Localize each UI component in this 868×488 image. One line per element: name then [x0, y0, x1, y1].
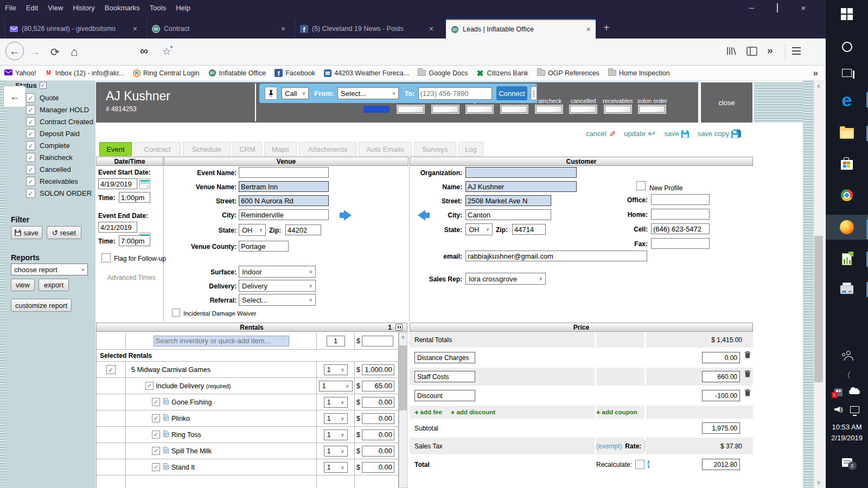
new-tab-button[interactable]: +: [603, 22, 610, 34]
copy-to-customer-arrow-icon[interactable]: [344, 210, 357, 221]
scroll-down-icon[interactable]: ∨: [814, 477, 824, 487]
bookmark-inflatable-office[interactable]: IOInflatable Office: [208, 69, 266, 77]
quick-add-qty-input[interactable]: [327, 336, 345, 346]
rental-qty-select[interactable]: 1∨: [319, 381, 353, 391]
fee-value-input[interactable]: [702, 352, 740, 363]
flag-follow-up-checkbox[interactable]: [101, 253, 111, 262]
report-export-button[interactable]: export: [39, 279, 69, 291]
total-input[interactable]: [702, 459, 740, 470]
add-discount-link[interactable]: +add discount: [451, 408, 495, 416]
subtotal-input[interactable]: [702, 422, 740, 434]
fee-label-input[interactable]: [414, 390, 475, 401]
customer-street-input[interactable]: [465, 195, 551, 206]
browser-tab-contract[interactable]: IO Contract ×: [146, 19, 290, 38]
close-window-icon[interactable]: ×: [800, 3, 807, 12]
call-to-input[interactable]: [418, 87, 492, 100]
status-filter-complete[interactable]: ✓Complete: [26, 141, 70, 150]
tab-attachments[interactable]: Attachments: [299, 142, 356, 156]
menu-bookmarks[interactable]: Bookmarks: [100, 4, 145, 12]
rental-checkbox-checked[interactable]: ✓: [152, 414, 160, 422]
bookmark-home-inspection[interactable]: Home Inspection: [608, 69, 670, 77]
bookmark-citizens-bank[interactable]: Citizens Bank: [476, 69, 528, 77]
hamburger-menu-icon[interactable]: [792, 47, 801, 48]
rental-checkbox-checked[interactable]: ✓: [152, 398, 160, 406]
customer-state-select[interactable]: OH∨: [465, 223, 493, 235]
tab-crm[interactable]: CRM: [233, 142, 262, 156]
rental-qty-select[interactable]: 1∨: [324, 446, 348, 457]
scroll-up-icon[interactable]: ∧: [814, 81, 824, 91]
status-filter-solon-order[interactable]: ✓SOLON ORDER: [26, 189, 92, 198]
checkbox-checked[interactable]: ✓: [26, 141, 35, 150]
pipeline-bar[interactable]: [398, 106, 424, 113]
status-filter-contract-created[interactable]: ✓Contract Created: [26, 117, 93, 126]
clock-date[interactable]: 2/19/2019: [826, 433, 868, 442]
tab-log[interactable]: Log: [458, 142, 483, 156]
tray-app-badge-icon[interactable]: 1: [834, 388, 843, 396]
pipeline-bar[interactable]: [605, 106, 631, 113]
menu-history[interactable]: History: [68, 4, 99, 12]
checkbox-checked[interactable]: ✓: [26, 165, 35, 174]
start-time-input[interactable]: [119, 192, 150, 203]
update-link[interactable]: update↩: [624, 128, 655, 139]
trash-icon[interactable]: [744, 389, 751, 398]
status-filter-deposit-paid[interactable]: ✓Deposit Paid: [26, 129, 80, 138]
sales-rep-select[interactable]: lora crossgrove∨: [465, 273, 546, 285]
venue-county-input[interactable]: [239, 241, 289, 252]
bookmark-facebook[interactable]: fFacebook: [275, 69, 315, 77]
cell-input[interactable]: [651, 223, 710, 234]
event-start-date-input[interactable]: [98, 178, 137, 189]
chrome-taskbar-icon[interactable]: [826, 185, 868, 205]
quick-add-price-input[interactable]: [362, 336, 393, 346]
checkbox-checked[interactable]: ✓: [26, 93, 35, 102]
call-mode-select[interactable]: Call∨: [282, 87, 309, 99]
delivery-select[interactable]: Delivery∨: [239, 280, 316, 292]
menu-file[interactable]: File: [0, 4, 21, 12]
new-profile-checkbox[interactable]: [636, 181, 646, 190]
add-fee-link[interactable]: +add fee: [414, 408, 442, 416]
rental-checkbox-checked[interactable]: ✓: [152, 447, 160, 455]
rental-price-input[interactable]: [362, 413, 394, 424]
rental-price-input[interactable]: [362, 429, 394, 440]
task-view-button[interactable]: [826, 65, 868, 80]
firefox-taskbar-icon[interactable]: [826, 217, 868, 237]
trash-icon[interactable]: [744, 370, 751, 379]
forward-button[interactable]: →: [29, 46, 40, 58]
scrollbar-thumb[interactable]: [814, 236, 823, 382]
organization-input[interactable]: [465, 167, 577, 178]
referral-select[interactable]: Select...∨: [239, 294, 316, 306]
tab-schedule[interactable]: Schedule: [183, 142, 231, 156]
customer-name-input[interactable]: [465, 181, 577, 192]
tray-expand-chevron[interactable]: 〈: [826, 369, 868, 382]
status-filter-cancelled[interactable]: ✓Cancelled: [26, 165, 71, 174]
file-explorer-taskbar-icon[interactable]: [826, 124, 868, 143]
event-end-date-input[interactable]: [98, 222, 137, 233]
damage-waiver-checkbox[interactable]: [172, 309, 180, 317]
pin-button[interactable]: [265, 87, 277, 100]
menu-help[interactable]: Help: [171, 4, 195, 12]
trash-icon[interactable]: [744, 351, 751, 360]
back-button[interactable]: ←: [5, 42, 24, 60]
rental-qty-select[interactable]: 1∨: [324, 397, 348, 408]
check-all-icon[interactable]: ✓: [40, 82, 47, 89]
pipeline-bar[interactable]: [501, 106, 527, 113]
home-input[interactable]: [651, 209, 710, 220]
rental-price-input[interactable]: [362, 397, 394, 408]
checkbox-checked[interactable]: ✓: [26, 129, 35, 138]
tab-close-icon[interactable]: ×: [278, 24, 285, 33]
checkbox-checked[interactable]: ✓: [26, 105, 35, 114]
tab-close-icon[interactable]: ×: [130, 24, 137, 33]
venue-street-input[interactable]: [239, 195, 329, 206]
action-center-icon[interactable]: 3: [826, 453, 868, 472]
checkbox-checked[interactable]: ✓: [26, 153, 35, 162]
rental-qty-select[interactable]: 1∨: [324, 462, 348, 473]
refresh-button[interactable]: ⟳: [50, 46, 60, 59]
start-button[interactable]: [826, 7, 868, 22]
email-input[interactable]: [465, 251, 647, 261]
inventory-search-input[interactable]: [154, 336, 289, 346]
library-icon[interactable]: [726, 46, 737, 59]
status-filter-manager-hold[interactable]: ✓Manager HOLD: [26, 105, 89, 114]
filter-reset-button[interactable]: ↺reset: [47, 226, 81, 239]
rentals-scrollbar[interactable]: ∧: [399, 332, 407, 488]
rental-checkbox-checked[interactable]: ✓: [152, 463, 160, 471]
status-filter-quote[interactable]: ✓Quote: [26, 93, 59, 102]
